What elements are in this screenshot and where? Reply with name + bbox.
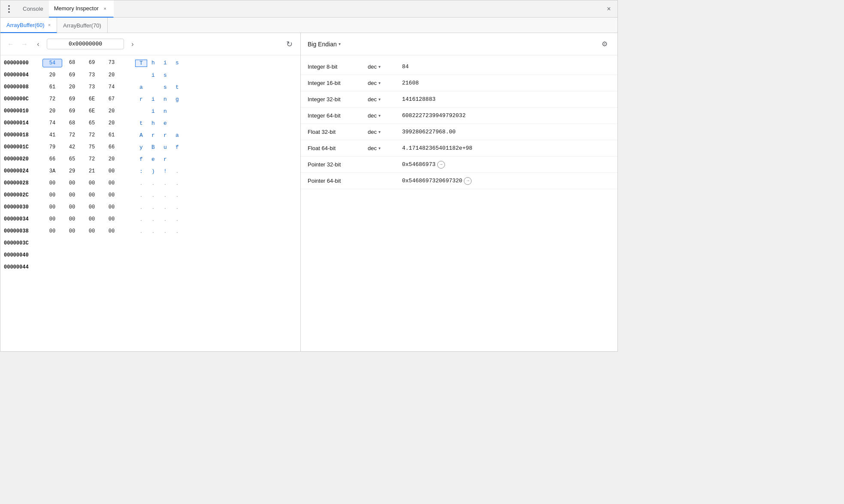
ascii-char[interactable]: n [159, 96, 171, 103]
hex-byte[interactable]: 72 [42, 95, 62, 103]
ascii-char[interactable]: . [135, 192, 147, 199]
hex-byte[interactable]: 00 [82, 179, 102, 187]
ascii-char[interactable]: . [135, 216, 147, 223]
ascii-char[interactable]: h [147, 120, 159, 127]
ascii-char[interactable]: r [147, 132, 159, 139]
hex-byte[interactable]: 69 [62, 95, 82, 103]
hex-byte[interactable]: 61 [102, 131, 121, 139]
hex-byte[interactable]: 00 [62, 203, 82, 211]
ascii-char[interactable]: r [135, 96, 147, 103]
hex-byte[interactable]: 00 [82, 203, 102, 211]
tab-console[interactable]: Console [18, 0, 49, 18]
ascii-char[interactable] [147, 84, 159, 91]
address-input[interactable] [47, 39, 124, 49]
ascii-char[interactable]: . [171, 204, 183, 211]
endian-selector[interactable]: Big Endian ▾ [308, 41, 341, 48]
ascii-char[interactable]: n [159, 108, 171, 115]
hex-byte[interactable]: 73 [82, 83, 102, 91]
hex-byte[interactable]: 00 [42, 227, 62, 235]
settings-button[interactable]: ⚙ [599, 38, 611, 50]
hex-byte[interactable]: 00 [102, 179, 121, 187]
hex-byte[interactable]: 00 [42, 191, 62, 199]
hex-byte[interactable]: 00 [102, 203, 121, 211]
hex-byte[interactable]: 74 [102, 83, 121, 91]
ascii-char[interactable]: ) [147, 168, 159, 175]
tab-memory-inspector-close[interactable]: × [102, 6, 108, 12]
ascii-char[interactable]: s [159, 72, 171, 78]
hex-byte[interactable]: 72 [62, 131, 82, 139]
hex-byte[interactable]: 20 [102, 155, 121, 163]
next-page-button[interactable]: › [127, 39, 138, 49]
ascii-char[interactable]: f [135, 156, 147, 163]
hex-byte[interactable]: 21 [82, 167, 102, 175]
hex-byte[interactable]: 68 [62, 59, 82, 67]
value-format-int8[interactable]: dec ▾ [368, 63, 402, 70]
ascii-char[interactable]: e [159, 120, 171, 127]
ascii-char[interactable]: f [171, 144, 183, 151]
ascii-char[interactable]: a [171, 132, 183, 139]
hex-byte[interactable]: 00 [42, 215, 62, 223]
hex-byte[interactable]: 00 [102, 215, 121, 223]
ascii-char[interactable]: . [135, 204, 147, 211]
hex-byte[interactable]: 20 [102, 119, 121, 127]
ascii-char[interactable] [171, 156, 183, 163]
prev-page-button[interactable]: ‹ [33, 39, 43, 49]
ascii-char[interactable]: g [171, 96, 183, 103]
hex-byte[interactable]: 75 [82, 143, 102, 151]
value-format-int64[interactable]: dec ▾ [368, 112, 402, 119]
pointer-navigate-ptr64[interactable]: → [464, 177, 472, 185]
ascii-char[interactable]: ! [159, 168, 171, 175]
hex-byte[interactable]: 6E [82, 95, 102, 103]
hex-byte[interactable]: 73 [82, 71, 102, 79]
hex-byte[interactable]: 00 [82, 227, 102, 235]
ascii-char[interactable]: i [159, 60, 171, 67]
ascii-char[interactable]: s [171, 60, 183, 67]
ascii-char[interactable]: i [147, 108, 159, 115]
ascii-char[interactable]: h [147, 60, 159, 67]
ascii-char[interactable]: B [147, 144, 159, 151]
ascii-char[interactable] [171, 108, 183, 115]
hex-byte[interactable]: 00 [82, 215, 102, 223]
hex-byte[interactable]: 00 [62, 179, 82, 187]
ascii-char[interactable]: . [159, 216, 171, 223]
ascii-char[interactable]: . [147, 216, 159, 223]
ascii-char[interactable]: i [147, 96, 159, 103]
ascii-char[interactable]: . [159, 228, 171, 235]
hex-byte[interactable]: 20 [102, 107, 121, 115]
value-format-int32[interactable]: dec ▾ [368, 96, 402, 103]
ascii-char[interactable]: . [135, 228, 147, 235]
hex-byte[interactable]: 68 [62, 119, 82, 127]
hex-byte[interactable]: 69 [62, 71, 82, 79]
hex-byte[interactable]: 00 [102, 167, 121, 175]
hex-byte[interactable]: 66 [42, 155, 62, 163]
hex-byte[interactable]: 00 [62, 191, 82, 199]
hex-byte[interactable]: 20 [42, 107, 62, 115]
ascii-char[interactable] [171, 120, 183, 127]
hex-byte[interactable]: 3A [42, 167, 62, 175]
ascii-char[interactable]: A [135, 132, 147, 139]
ascii-char[interactable]: r [159, 132, 171, 139]
ascii-char[interactable]: u [159, 144, 171, 151]
ascii-char[interactable]: . [171, 192, 183, 199]
hex-byte[interactable]: 29 [62, 167, 82, 175]
hex-byte[interactable]: 69 [82, 59, 102, 67]
value-format-float32[interactable]: dec ▾ [368, 129, 402, 135]
hex-byte[interactable]: 79 [42, 143, 62, 151]
ascii-char[interactable] [171, 72, 183, 78]
ascii-char[interactable]: . [171, 228, 183, 235]
hex-byte[interactable]: 72 [82, 155, 102, 163]
hex-byte[interactable]: 20 [62, 83, 82, 91]
buffer-tab-ab60-close[interactable]: × [48, 22, 51, 27]
buffer-tab-ab70[interactable]: ArrayBuffer(70) [57, 18, 108, 33]
ascii-char[interactable]: e [147, 156, 159, 163]
ascii-char[interactable]: t [171, 84, 183, 91]
ascii-char[interactable]: : [135, 168, 147, 175]
ascii-char[interactable]: y [135, 144, 147, 151]
hex-byte[interactable]: 00 [82, 191, 102, 199]
ascii-char[interactable] [135, 72, 147, 78]
ascii-char[interactable]: T [135, 60, 147, 67]
hex-byte[interactable]: 65 [82, 119, 102, 127]
ascii-char[interactable]: . [171, 216, 183, 223]
ascii-char[interactable]: . [147, 192, 159, 199]
ascii-char[interactable]: . [147, 228, 159, 235]
